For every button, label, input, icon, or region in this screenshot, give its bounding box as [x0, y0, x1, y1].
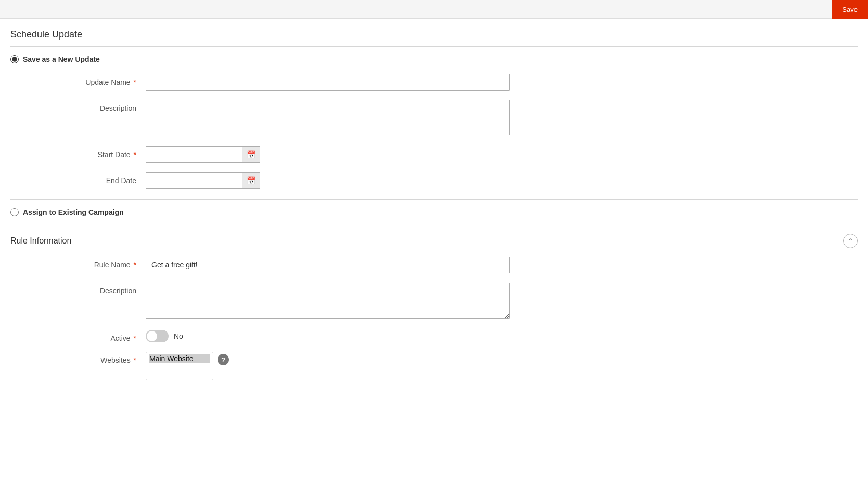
save-as-new-update-label: Save as a New Update	[23, 55, 100, 63]
websites-row: Websites * Main Website ?	[42, 352, 847, 380]
start-date-calendar-button[interactable]: 📅	[242, 146, 260, 163]
assign-radio-label[interactable]: Assign to Existing Campaign	[10, 208, 858, 216]
end-date-control: 📅	[146, 172, 510, 189]
assign-to-existing-section: Assign to Existing Campaign	[10, 208, 858, 216]
start-date-required-star: *	[134, 150, 136, 159]
websites-select[interactable]: Main Website	[146, 352, 213, 380]
active-status-label: No	[174, 332, 183, 340]
start-date-label: Start Date *	[42, 146, 146, 159]
question-mark: ?	[221, 356, 225, 364]
rule-description-row: Description	[42, 283, 847, 321]
schedule-update-section: Save as a New Update Update Name * Descr…	[10, 55, 858, 189]
rule-info-header: Rule Information ⌃	[10, 234, 858, 248]
rule-description-textarea[interactable]	[146, 283, 510, 319]
end-date-label: End Date	[42, 172, 146, 185]
calendar-icon: 📅	[247, 150, 256, 159]
description-label: Description	[42, 100, 146, 112]
assign-label: Assign to Existing Campaign	[23, 208, 124, 216]
start-date-wrapper: 📅	[146, 146, 260, 163]
description-textarea[interactable]	[146, 100, 510, 135]
end-date-calendar-button[interactable]: 📅	[242, 172, 260, 189]
websites-wrapper: Main Website ?	[146, 352, 510, 380]
start-date-row: Start Date * 📅	[42, 146, 847, 163]
rule-info-title: Rule Information	[10, 236, 71, 246]
rule-name-label: Rule Name *	[42, 257, 146, 269]
update-name-row: Update Name *	[42, 74, 847, 91]
assign-radio[interactable]	[10, 208, 19, 216]
update-name-required-star: *	[134, 78, 136, 86]
rule-description-label: Description	[42, 283, 146, 295]
websites-help-icon[interactable]: ?	[218, 354, 229, 365]
new-update-fields: Update Name * Description Start	[10, 74, 858, 189]
save-button[interactable]: Save	[832, 0, 868, 19]
active-label: Active *	[42, 330, 146, 342]
calendar-icon-end: 📅	[247, 176, 256, 185]
rule-description-control	[146, 283, 510, 321]
end-date-row: End Date 📅	[42, 172, 847, 189]
websites-label: Websites *	[42, 352, 146, 364]
websites-control: Main Website ?	[146, 352, 510, 380]
rule-name-row: Rule Name * Get a free gift!	[42, 257, 847, 273]
chevron-up-icon: ⌃	[848, 238, 853, 245]
update-name-input[interactable]	[146, 74, 510, 91]
active-toggle-wrapper: No	[146, 330, 510, 342]
save-button-label: Save	[842, 6, 858, 14]
collapse-button[interactable]: ⌃	[843, 234, 858, 248]
end-date-wrapper: 📅	[146, 172, 260, 189]
update-name-control	[146, 74, 510, 91]
websites-option-main[interactable]: Main Website	[149, 354, 210, 363]
save-as-new-update-radio[interactable]	[10, 55, 19, 63]
active-control: No	[146, 330, 510, 342]
update-name-label: Update Name *	[42, 74, 146, 86]
description-row: Description	[42, 100, 847, 137]
rule-name-control: Get a free gift!	[146, 257, 510, 273]
rule-info-fields: Rule Name * Get a free gift! Description	[10, 257, 858, 380]
websites-required-star: *	[134, 356, 136, 364]
rule-name-input[interactable]: Get a free gift!	[146, 257, 510, 273]
active-row: Active * No	[42, 330, 847, 342]
save-as-new-update-radio-label[interactable]: Save as a New Update	[10, 55, 858, 63]
active-toggle[interactable]	[146, 330, 169, 342]
description-control	[146, 100, 510, 137]
page-title: Schedule Update	[10, 29, 858, 40]
start-date-control: 📅	[146, 146, 510, 163]
rule-information-section: Rule Information ⌃ Rule Name * Get a fre…	[10, 234, 858, 380]
toggle-slider	[146, 330, 169, 342]
rule-name-required-star: *	[134, 261, 136, 269]
active-required-star: *	[134, 334, 136, 342]
